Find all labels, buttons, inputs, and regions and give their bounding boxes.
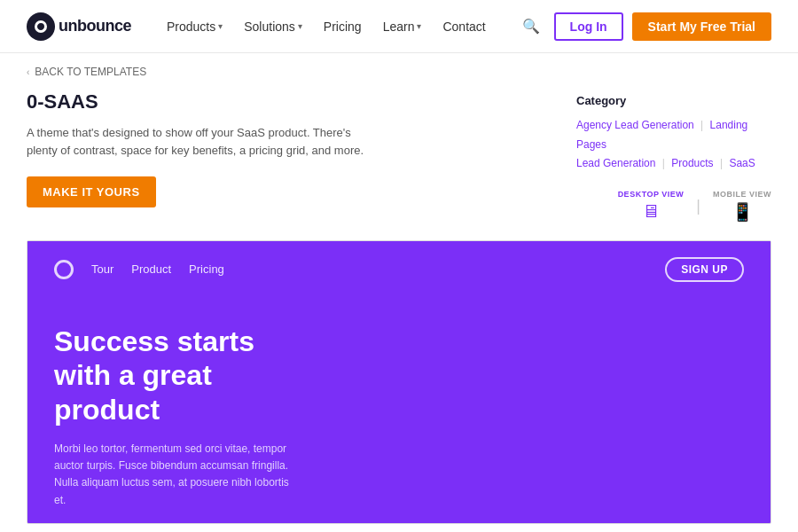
chevron-down-icon: ▾ [417, 21, 421, 31]
navbar: unbounce Products ▾ Solutions ▾ Pricing … [0, 0, 798, 53]
make-it-yours-button[interactable]: MAKE IT YOURS [27, 176, 156, 207]
tag-agency-lead-gen[interactable]: Agency Lead Generation [576, 119, 694, 131]
tag-separator-3: | [720, 157, 723, 169]
nav-contact[interactable]: Contact [434, 14, 494, 39]
preview-nav-links: Tour Product Pricing [91, 262, 665, 276]
mobile-view-button[interactable]: MOBILE VIEW 📱 [713, 190, 771, 223]
preview-inner: Tour Product Pricing SIGN UP Success sta… [27, 241, 771, 523]
logo[interactable]: unbounce [27, 12, 131, 41]
tag-products[interactable]: Products [671, 157, 713, 169]
breadcrumb: ‹ BACK TO TEMPLATES [0, 53, 798, 90]
preview-nav-tour: Tour [91, 262, 113, 276]
tag-separator: | [700, 119, 703, 131]
right-panel: Category Agency Lead Generation | Landin… [576, 90, 771, 223]
logo-text: unbounce [59, 17, 131, 35]
nav-learn[interactable]: Learn ▾ [374, 14, 431, 39]
page-description: A theme that's designed to show off your… [27, 124, 381, 159]
desktop-icon: 🖥 [642, 201, 660, 222]
page-title: 0-SAAS [27, 90, 541, 113]
tag-separator-2: | [662, 157, 665, 169]
preview-nav: Tour Product Pricing SIGN UP [27, 241, 771, 298]
search-button[interactable]: 🔍 [517, 12, 545, 40]
chevron-down-icon: ▾ [218, 21, 223, 31]
desktop-view-label: DESKTOP VIEW [618, 190, 685, 199]
nav-solutions[interactable]: Solutions ▾ [235, 14, 311, 39]
nav-links: Products ▾ Solutions ▾ Pricing Learn ▾ C… [158, 14, 517, 39]
mobile-view-label: MOBILE VIEW [713, 190, 771, 199]
nav-products[interactable]: Products ▾ [158, 14, 231, 39]
breadcrumb-arrow: ‹ [27, 67, 29, 77]
search-icon: 🔍 [522, 19, 540, 34]
logo-inner-circle [35, 20, 47, 33]
preview-logo-icon [54, 260, 74, 279]
preview-signup-button[interactable]: SIGN UP [665, 257, 744, 282]
nav-actions: 🔍 Log In Start My Free Trial [517, 12, 771, 41]
preview-container: Tour Product Pricing SIGN UP Success sta… [27, 240, 771, 524]
breadcrumb-link[interactable]: BACK TO TEMPLATES [35, 66, 146, 78]
view-divider: | [696, 197, 700, 215]
trial-button[interactable]: Start My Free Trial [632, 12, 771, 41]
preview-nav-product: Product [131, 262, 171, 276]
login-button[interactable]: Log In [554, 12, 623, 41]
mobile-icon: 📱 [732, 201, 754, 223]
nav-pricing[interactable]: Pricing [315, 14, 371, 39]
tag-saas[interactable]: SaaS [729, 157, 755, 169]
view-toggle: DESKTOP VIEW 🖥 | MOBILE VIEW 📱 [576, 190, 771, 223]
tag-lead-gen[interactable]: Lead Generation [576, 157, 655, 169]
chevron-down-icon: ▾ [298, 21, 302, 31]
logo-icon [27, 12, 55, 41]
preview-hero-title: Success starts with a great product [54, 325, 302, 426]
preview-hero: Success starts with a great product Morb… [27, 298, 771, 524]
desktop-view-button[interactable]: DESKTOP VIEW 🖥 [618, 190, 685, 222]
preview-hero-description: Morbi leo tortor, fermentum sed orci vit… [54, 441, 302, 509]
content-area: 0-SAAS A theme that's designed to show o… [0, 90, 798, 240]
left-panel: 0-SAAS A theme that's designed to show o… [27, 90, 541, 223]
category-title: Category [576, 94, 771, 107]
category-tags: Agency Lead Generation | Landing Pages L… [576, 116, 771, 174]
preview-nav-pricing: Pricing [189, 262, 224, 276]
